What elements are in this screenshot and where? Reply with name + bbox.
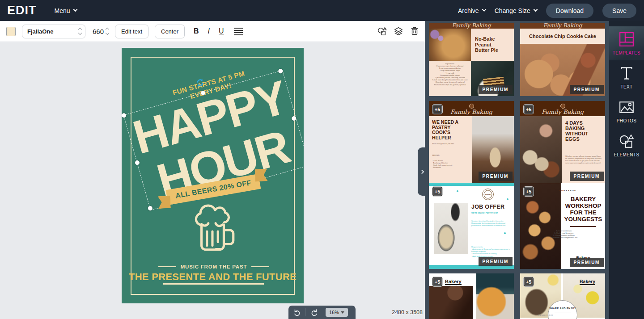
more-templates-badge: +5 xyxy=(432,104,443,114)
sidebar-item-label: TEXT xyxy=(620,84,632,89)
justify-icon[interactable] xyxy=(234,28,243,35)
template-thumb-bakery-workshop[interactable]: WORKSHOP BAKERY WORKSHOP FOR THE YOUNGES… xyxy=(520,183,605,269)
bold-button[interactable]: B xyxy=(194,27,199,35)
align-center-button[interactable]: Center xyxy=(155,25,185,38)
template-title: No-Bake Peanut Butter Pie xyxy=(475,36,507,53)
premium-badge: PREMIUM xyxy=(479,85,513,94)
chevron-right-icon xyxy=(419,169,424,174)
text-color-swatch[interactable] xyxy=(6,27,16,36)
archive-label: Archive xyxy=(458,7,479,14)
trash-icon[interactable] xyxy=(410,26,419,36)
archive-dropdown[interactable]: Archive xyxy=(458,7,486,14)
template-title: JOB OFFER xyxy=(471,204,512,210)
sidebar-item-templates[interactable]: TEMPLATES xyxy=(609,26,644,60)
font-size-value: 660 xyxy=(93,28,104,35)
more-templates-badge: +5 xyxy=(523,277,534,287)
app-root: EDIT Menu Archive Change Size Download S… xyxy=(0,0,644,319)
pie-photo xyxy=(429,29,471,61)
sidebar-item-photos[interactable]: PHOTOS xyxy=(609,94,644,128)
app-logo: EDIT xyxy=(7,4,37,17)
flyer-footer-label-row[interactable]: MUSIC FROM THE PAST xyxy=(148,264,280,269)
font-family-stepper[interactable] xyxy=(79,28,81,34)
template-thumb-job-offer[interactable]: BAKERY JOB OFFER WE'RE SEARCH PASTRY CHE… xyxy=(429,183,514,269)
sidebar-item-label: ELEMENTS xyxy=(614,152,639,157)
template-kicker: WORKSHOP xyxy=(548,189,587,192)
premium-badge: PREMIUM xyxy=(570,172,604,181)
template-section-label: NEEDED xyxy=(432,154,469,156)
template-brand-script: Family Baking xyxy=(543,23,582,29)
chevron-down-icon xyxy=(482,7,486,12)
chevron-down-icon xyxy=(73,7,77,12)
italic-button[interactable]: I xyxy=(208,27,210,35)
undo-button[interactable] xyxy=(288,306,305,319)
redo-button[interactable] xyxy=(306,306,323,319)
edit-text-button[interactable]: Edit text xyxy=(115,25,148,38)
top-bar: EDIT Menu Archive Change Size Download S… xyxy=(0,0,644,21)
chevron-down-icon xyxy=(533,7,538,12)
template-title: BAKERY WORKSHOP FOR THE YOUNGESTS xyxy=(564,196,602,222)
pie-hand-photo xyxy=(434,203,468,254)
more-templates-badge: +5 xyxy=(432,186,443,197)
text-icon xyxy=(619,65,635,81)
font-family-value: FjallaOne xyxy=(27,28,79,35)
canvas-area[interactable]: FUN STARTS AT 5 PM EVERY DAY! HAPPYHOUR xyxy=(0,42,425,319)
elements-shape-icon[interactable] xyxy=(377,26,387,36)
template-thumb-baking-without-eggs[interactable]: Family Baking 4 DAYS BAKING WITHOUT EGGS… xyxy=(520,101,605,183)
sidebar-item-label: PHOTOS xyxy=(617,118,636,123)
zoom-level-value: 16% xyxy=(329,310,339,315)
more-templates-badge: +5 xyxy=(523,186,534,197)
beer-mug-icon[interactable] xyxy=(188,204,238,259)
template-body-text: Summer workshops: 1- Rocky road brownies… xyxy=(545,230,583,239)
decor-line-left xyxy=(158,266,176,268)
template-thumb-peanut-pie[interactable]: Family Baking No-Bake Peanut Butter Pie … xyxy=(429,23,514,96)
template-brand-script: Family Baking xyxy=(452,23,491,29)
template-thumb-bakery-cakes[interactable]: Bakery www.bakery.com +5 xyxy=(429,273,514,319)
template-body-text: Ingredients: 8 ounces cream cheese, soft… xyxy=(429,61,471,88)
change-size-label: Change Size xyxy=(495,7,530,14)
underline-button[interactable]: U xyxy=(219,27,224,35)
flyer-canvas[interactable]: FUN STARTS AT 5 PM EVERY DAY! HAPPYHOUR xyxy=(122,48,304,303)
menu-dropdown[interactable]: Menu xyxy=(55,7,77,14)
template-body-text: Services for a hotel located in the cent… xyxy=(471,220,511,227)
template-title: 4 DAYS BAKING WITHOUT EGGS xyxy=(565,120,602,142)
template-brand: Bakery xyxy=(445,279,462,285)
format-toolbar: FjallaOne 660 Edit text Center B I U xyxy=(0,21,425,42)
template-thumb-cookie-cake[interactable]: Family Baking Chocolate Chip Cookie Cake… xyxy=(520,23,605,96)
bakery-stamp-icon: BAKERY xyxy=(482,189,494,200)
font-size-stepper[interactable]: 660 xyxy=(93,28,109,35)
sidebar-item-text[interactable]: TEXT xyxy=(609,60,644,94)
bakery-shop-photo xyxy=(520,116,562,183)
change-size-dropdown[interactable]: Change Size xyxy=(495,7,537,14)
menu-label: Menu xyxy=(55,7,70,14)
right-sidebar: TEMPLATES TEXT PHOTOS ELEMENTS xyxy=(609,21,644,319)
template-body-text: Whether you are allergic to eggs, avoid … xyxy=(565,155,602,164)
premium-badge: PREMIUM xyxy=(479,257,513,266)
chocolate-cake-photo xyxy=(429,286,473,319)
decor-line-right xyxy=(251,266,269,268)
template-requirements: Requirements: · A minimum of 4 years of … xyxy=(471,246,511,257)
template-thumb-share-enjoy[interactable]: Bakery SHARE AND ENJOY IN A SELECTION OF… xyxy=(520,273,605,319)
flyer-footer-title[interactable]: THE PRESENTE AND THE FUTURE xyxy=(122,271,304,283)
font-family-select[interactable]: FjallaOne xyxy=(22,25,85,38)
footer-underline xyxy=(163,283,264,285)
download-button[interactable]: Download xyxy=(546,4,593,18)
templates-panel: Family Baking No-Bake Peanut Butter Pie … xyxy=(425,21,609,319)
canvas-controls-bar: 16% xyxy=(288,306,356,319)
elements-icon xyxy=(619,133,635,149)
panel-collapse-tab[interactable] xyxy=(418,147,427,196)
template-thumb-pastry-helper[interactable]: Family Baking WE NEED A PASTRY COOK'S HE… xyxy=(429,101,514,183)
layers-icon[interactable] xyxy=(394,26,403,36)
caret-down-icon xyxy=(341,311,344,314)
template-brand-script: Family Baking xyxy=(542,109,584,115)
save-button[interactable]: Save xyxy=(602,4,636,18)
canvas-dimensions-label: 2480 x 3508 xyxy=(382,309,423,315)
more-templates-badge: +5 xyxy=(523,104,534,114)
premium-badge: PREMIUM xyxy=(479,172,513,181)
template-list: · Cake maker · Auxiliary of kitchen · Co… xyxy=(432,160,469,169)
zoom-level-dropdown[interactable]: 16% xyxy=(326,308,348,317)
sidebar-item-elements[interactable]: ELEMENTS xyxy=(609,128,644,162)
template-subtitle: WE'RE SEARCH PASTRY CHEF xyxy=(471,212,511,214)
template-title: WE NEED A PASTRY COOK'S HELPER xyxy=(432,120,469,140)
more-templates-badge: +5 xyxy=(432,277,443,287)
premium-badge: PREMIUM xyxy=(570,258,604,267)
